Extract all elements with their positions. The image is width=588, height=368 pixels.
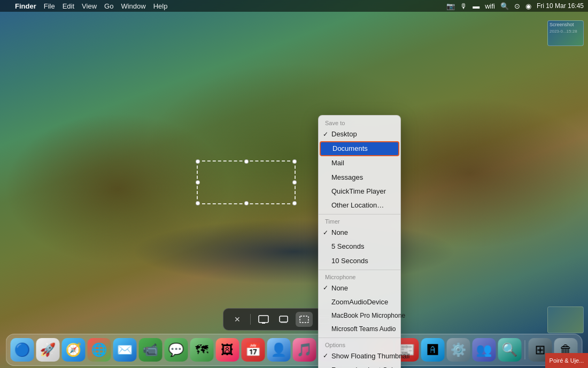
menubar-help[interactable]: Help (153, 2, 168, 10)
close-icon: ✕ (234, 315, 241, 324)
dock: 🔵 🚀 🧭 🌐 ✉️ 📹 💬 🗺 🖼 📅 👤 🎵 🎙 📺 31 📰 🅰 ⚙️ 👥… (6, 334, 583, 366)
control-center-icon[interactable]: ⊙ (514, 2, 520, 10)
toolbar-capture-selection-button[interactable] (296, 312, 313, 327)
menu-item-documents[interactable]: Documents (320, 141, 399, 156)
dock-item-photos[interactable]: 🖼 (216, 338, 239, 362)
dock-item-messages[interactable]: 💬 (165, 338, 188, 362)
mic-icon[interactable]: 🎙 (460, 2, 467, 10)
svg-rect-4 (300, 316, 308, 323)
screenshot-options-menu: Save to ✓ Desktop Documents Mail Message… (318, 115, 401, 368)
capture-screen-icon (258, 315, 269, 324)
menu-item-mic-none[interactable]: ✓ None (319, 281, 400, 295)
previous-screenshot-preview (547, 306, 584, 333)
menu-item-desktop[interactable]: ✓ Desktop (319, 127, 400, 141)
search-icon[interactable]: 🔍 (500, 2, 509, 10)
handle-mid-right[interactable] (292, 180, 297, 185)
dock-item-calendar[interactable]: 📅 (242, 338, 265, 362)
dock-item-appstore[interactable]: 🅰 (421, 338, 445, 362)
menu-item-5-seconds[interactable]: 5 Seconds (319, 240, 400, 254)
handle-bottom-mid[interactable] (244, 201, 249, 205)
separator-3 (319, 338, 400, 338)
save-to-label: Save to (319, 118, 400, 127)
options-label: Options (319, 340, 400, 349)
siri-icon[interactable]: ◉ (525, 2, 531, 10)
dock-item-maps[interactable]: 🗺 (190, 338, 214, 362)
menu-item-10-seconds[interactable]: 10 Seconds (319, 254, 400, 268)
corner-app-label: Poiré & Uje... (545, 353, 588, 368)
microphone-label: Microphone (319, 272, 400, 281)
menu-item-mail[interactable]: Mail (319, 156, 400, 170)
checkmark-timer-none: ✓ (323, 228, 328, 237)
toolbar-capture-window-button[interactable] (255, 312, 272, 327)
menubar-file[interactable]: File (44, 2, 55, 10)
screenshot-thumbnail: Screenshot 2023-0...15:28 (547, 20, 584, 46)
svg-rect-0 (259, 316, 268, 323)
wifi-icon[interactable]: wifi (485, 2, 495, 10)
menu-item-remember-selection[interactable]: ✓ Remember Last Selection (319, 363, 400, 368)
dock-divider (525, 340, 525, 359)
separator-1 (319, 214, 400, 214)
battery-icon: ▬ (473, 2, 479, 10)
thumb-title: Screenshot (548, 21, 583, 28)
terrain-overlay (0, 0, 588, 315)
menu-item-floating-thumbnail[interactable]: ✓ Show Floating Thumbnail (319, 349, 400, 363)
timer-label: Timer (319, 216, 400, 226)
dock-item-music[interactable]: 🎵 (293, 338, 316, 362)
menu-item-messages[interactable]: Messages (319, 171, 400, 185)
handle-bottom-right[interactable] (292, 201, 297, 205)
handle-top-right[interactable] (292, 159, 297, 164)
dock-item-browse[interactable]: 🔍 (498, 338, 522, 362)
menubar-go[interactable]: Go (104, 2, 113, 10)
dock-item-facetime[interactable]: 📹 (139, 338, 163, 362)
menubar-app-name[interactable]: Finder (15, 2, 36, 10)
menu-item-teams-audio[interactable]: Microsoft Teams Audio (319, 323, 400, 336)
handle-mid-left[interactable] (196, 180, 200, 185)
menu-item-macbook-mic[interactable]: MacBook Pro Microphone (319, 309, 400, 323)
checkmark-remember: ✓ (323, 366, 328, 368)
menu-item-other-location[interactable]: Other Location… (319, 198, 400, 212)
dock-item-safari[interactable]: 🧭 (62, 338, 86, 362)
checkmark-mic-none: ✓ (323, 283, 328, 293)
checkmark-floating: ✓ (323, 351, 328, 361)
menubar-clock: Fri 10 Mar 16:45 (537, 2, 584, 10)
dock-item-launchpad[interactable]: 🚀 (36, 338, 60, 362)
thumb-subtitle: 2023-0...15:28 (548, 28, 583, 34)
capture-selection-icon (299, 315, 310, 324)
dock-item-contacts[interactable]: 👤 (267, 338, 291, 362)
svg-rect-3 (281, 322, 287, 323)
handle-bottom-left[interactable] (196, 201, 200, 205)
menubar-window[interactable]: Window (121, 2, 145, 10)
menu-item-zoom-audio[interactable]: ZoomAudioDevice (319, 295, 400, 309)
dock-item-finder[interactable]: 🔵 (11, 338, 34, 362)
capture-window-icon (278, 315, 289, 324)
dock-item-settings[interactable]: ⚙️ (447, 338, 470, 362)
menubar: Finder File Edit View Go Window Help 📷 🎙… (0, 0, 588, 12)
menubar-edit[interactable]: Edit (63, 2, 74, 10)
toolbar-capture-window-shadow-button[interactable] (275, 312, 292, 327)
menubar-view[interactable]: View (82, 2, 97, 10)
toolbar-close-button[interactable]: ✕ (229, 312, 246, 327)
selection-rectangle (197, 160, 296, 204)
svg-rect-1 (262, 323, 265, 324)
camera-icon[interactable]: 📷 (446, 2, 455, 10)
dock-item-mail[interactable]: ✉️ (113, 338, 137, 362)
svg-rect-2 (280, 316, 288, 322)
dock-item-chrome[interactable]: 🌐 (88, 338, 111, 362)
separator-2 (319, 270, 400, 270)
toolbar-sep-1 (250, 314, 251, 325)
handle-top-mid[interactable] (244, 159, 249, 164)
menu-item-timer-none[interactable]: ✓ None (319, 226, 400, 240)
dock-item-teams[interactable]: 👥 (473, 338, 496, 362)
handle-top-left[interactable] (196, 159, 200, 164)
checkmark-desktop: ✓ (323, 130, 328, 139)
menu-item-quicktime[interactable]: QuickTime Player (319, 185, 400, 198)
